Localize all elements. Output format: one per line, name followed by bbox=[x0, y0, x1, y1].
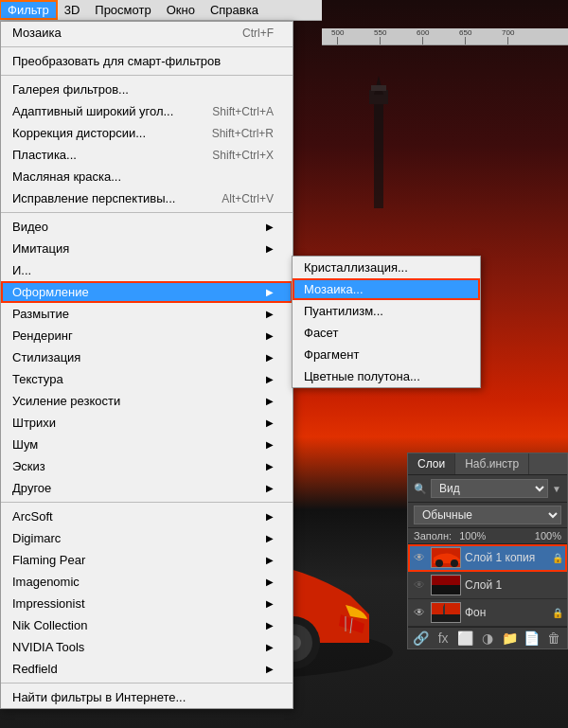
submenu-item-kristallizaciya[interactable]: Кристаллизация... bbox=[293, 257, 480, 278]
arrow-icon-render: ▶ bbox=[266, 330, 274, 341]
layer-visibility-1[interactable]: 👁 bbox=[412, 577, 427, 593]
svg-rect-17 bbox=[432, 585, 461, 595]
menu-item-arcsoft[interactable]: ArcSoft ▶ bbox=[1, 506, 293, 527]
arrow-icon-imitation: ▶ bbox=[266, 243, 274, 254]
layers-search-row: 🔍 Вид ▼ bbox=[408, 475, 567, 503]
fill-value: 100% bbox=[535, 530, 561, 542]
layer-visibility-copy[interactable]: 👁 bbox=[412, 550, 427, 565]
arrow-icon-texture: ▶ bbox=[266, 374, 274, 384]
submenu-item-mozaika[interactable]: Мозаика... bbox=[293, 278, 480, 300]
arrow-icon-other: ▶ bbox=[266, 483, 274, 493]
layer-name-bg: Фон bbox=[465, 606, 548, 619]
menu-item-other[interactable]: Другое ▶ bbox=[1, 477, 293, 499]
menu-item-sharpen[interactable]: Усиление резкости ▶ bbox=[1, 390, 293, 412]
layer-row-copy[interactable]: 👁 Слой 1 копия 🔒 bbox=[408, 544, 567, 572]
arrow-icon-noise: ▶ bbox=[266, 439, 274, 450]
submenu-item-fragment[interactable]: Фрагмент bbox=[293, 344, 480, 365]
menu-item-sketch[interactable]: Эскиз ▶ bbox=[1, 455, 293, 477]
layer-row-1[interactable]: 👁 Слой 1 bbox=[408, 572, 567, 599]
layer-visibility-bg[interactable]: 👁 bbox=[412, 605, 427, 620]
separator-5 bbox=[1, 683, 293, 684]
menu-item-imagenomic[interactable]: Imagenomic ▶ bbox=[1, 571, 293, 593]
menu-3d[interactable]: 3D bbox=[57, 1, 88, 19]
menu-item-blur[interactable]: Размытие ▶ bbox=[1, 303, 293, 325]
delete-layer-btn[interactable]: 🗑 bbox=[545, 630, 563, 646]
arrow-icon-nvidia: ▶ bbox=[266, 642, 274, 652]
menu-item-imitation[interactable]: Имитация ▶ bbox=[1, 238, 293, 259]
tab-layers[interactable]: Слои bbox=[408, 453, 455, 474]
lock-icon-bg: 🔒 bbox=[552, 608, 563, 618]
menu-item-noise[interactable]: Шум ▶ bbox=[1, 434, 293, 455]
arrow-icon-blur: ▶ bbox=[266, 309, 274, 319]
arrow-icon-digimarc: ▶ bbox=[266, 533, 274, 543]
svg-rect-0 bbox=[374, 95, 383, 208]
menu-window[interactable]: Окно bbox=[159, 1, 203, 19]
menu-item-redfield[interactable]: Redfield ▶ bbox=[1, 658, 293, 680]
layers-tabs: Слои Наб.инстр bbox=[408, 453, 567, 475]
arrow-icon-sharpen: ▶ bbox=[266, 396, 274, 406]
menu-help[interactable]: Справка bbox=[203, 1, 266, 19]
menu-item-adaptive-wide[interactable]: Адаптивный широкий угол... Shift+Ctrl+A bbox=[1, 100, 293, 122]
layer-row-bg[interactable]: 👁 Фон 🔒 bbox=[408, 599, 567, 627]
menu-item-convert-smart[interactable]: Преобразовать для смарт-фильтров bbox=[1, 50, 293, 72]
layer-name-1: Слой 1 bbox=[465, 578, 563, 592]
layers-panel: Слои Наб.инстр 🔍 Вид ▼ Обычные Заполн: 1… bbox=[407, 453, 568, 649]
svg-point-14 bbox=[435, 559, 443, 567]
arrow-icon-flamingpear: ▶ bbox=[266, 555, 274, 565]
menu-item-i[interactable]: И... bbox=[1, 259, 293, 281]
arrow-icon-impressionist: ▶ bbox=[266, 598, 274, 609]
submenu-item-color-halftone[interactable]: Цветные полутона... bbox=[293, 365, 480, 387]
layers-filter-select[interactable]: Вид bbox=[431, 479, 548, 498]
menu-item-render[interactable]: Рендеринг ▶ bbox=[1, 325, 293, 346]
layer-thumbnail-1 bbox=[431, 575, 461, 595]
arrow-icon-stylize: ▶ bbox=[266, 352, 274, 363]
menu-item-texture[interactable]: Текстура ▶ bbox=[1, 368, 293, 390]
layer-icons-bg: 🔒 bbox=[552, 608, 563, 618]
arrow-icon-redfield: ▶ bbox=[266, 664, 274, 674]
submenu-item-puantilizm[interactable]: Пуантилизм... bbox=[293, 300, 480, 322]
opacity-value: 100% bbox=[459, 530, 486, 542]
lock-icon: 🔒 bbox=[552, 553, 563, 563]
menu-filter[interactable]: Фильтр bbox=[0, 1, 57, 19]
svg-rect-3 bbox=[371, 85, 386, 91]
menu-item-gallery[interactable]: Галерея фильтров... bbox=[1, 79, 293, 100]
layer-icons-copy: 🔒 bbox=[552, 553, 563, 563]
arrow-icon-oformlenie: ▶ bbox=[266, 287, 274, 297]
arrow-icon-strokes: ▶ bbox=[266, 417, 274, 428]
separator-3 bbox=[1, 212, 293, 213]
menu-item-flaming-pear[interactable]: Flaming Pear ▶ bbox=[1, 549, 293, 571]
new-layer-btn[interactable]: 📄 bbox=[523, 630, 541, 646]
add-mask-btn[interactable]: ⬜ bbox=[456, 630, 474, 646]
layer-fx-btn[interactable]: fx bbox=[434, 630, 452, 646]
menu-item-oil-paint[interactable]: Масляная краска... bbox=[1, 166, 293, 187]
menu-item-mozaika-top[interactable]: Мозаика Ctrl+F bbox=[1, 22, 293, 44]
arrow-icon-video: ▶ bbox=[266, 222, 274, 232]
arrow-icon-sketch: ▶ bbox=[266, 461, 274, 471]
menu-item-plastic[interactable]: Пластика... Shift+Ctrl+X bbox=[1, 144, 293, 166]
menu-item-digimarc[interactable]: Digimarc ▶ bbox=[1, 527, 293, 549]
menu-item-video[interactable]: Видео ▶ bbox=[1, 216, 293, 238]
menu-view[interactable]: Просмотр bbox=[87, 1, 158, 19]
menu-item-oformlenie[interactable]: Оформление ▶ bbox=[1, 281, 293, 303]
separator-2 bbox=[1, 75, 293, 76]
menu-item-strokes[interactable]: Штрихи ▶ bbox=[1, 412, 293, 434]
adjustment-btn[interactable]: ◑ bbox=[478, 630, 496, 646]
menu-item-nik-collection[interactable]: Nik Collection ▶ bbox=[1, 614, 293, 636]
layers-blend-row: Обычные bbox=[408, 503, 567, 528]
link-layers-btn[interactable]: 🔗 bbox=[412, 630, 430, 646]
layer-thumbnail-bg bbox=[431, 602, 461, 623]
svg-rect-19 bbox=[432, 614, 461, 623]
menu-item-impressionist[interactable]: Impressionist ▶ bbox=[1, 593, 293, 614]
arrow-icon-imagenomic: ▶ bbox=[266, 577, 274, 587]
submenu-item-facet[interactable]: Фасет bbox=[293, 322, 480, 344]
menu-item-nvidia-tools[interactable]: NVIDIA Tools ▶ bbox=[1, 636, 293, 658]
layers-bottom-bar: 🔗 fx ⬜ ◑ 📁 📄 🗑 bbox=[408, 627, 567, 648]
menu-item-perspective[interactable]: Исправление перспективы... Alt+Ctrl+V bbox=[1, 187, 293, 209]
tab-nav-instruments[interactable]: Наб.инстр bbox=[455, 453, 529, 474]
menu-item-distortion[interactable]: Коррекция дисторсии... Shift+Ctrl+R bbox=[1, 122, 293, 144]
group-btn[interactable]: 📁 bbox=[501, 630, 519, 646]
layers-search-dropdown-icon: ▼ bbox=[552, 484, 561, 494]
menu-item-stylize[interactable]: Стилизация ▶ bbox=[1, 346, 293, 368]
menu-item-find-online[interactable]: Найти фильтры в Интернете... bbox=[1, 686, 293, 708]
blend-mode-select[interactable]: Обычные bbox=[414, 506, 561, 524]
